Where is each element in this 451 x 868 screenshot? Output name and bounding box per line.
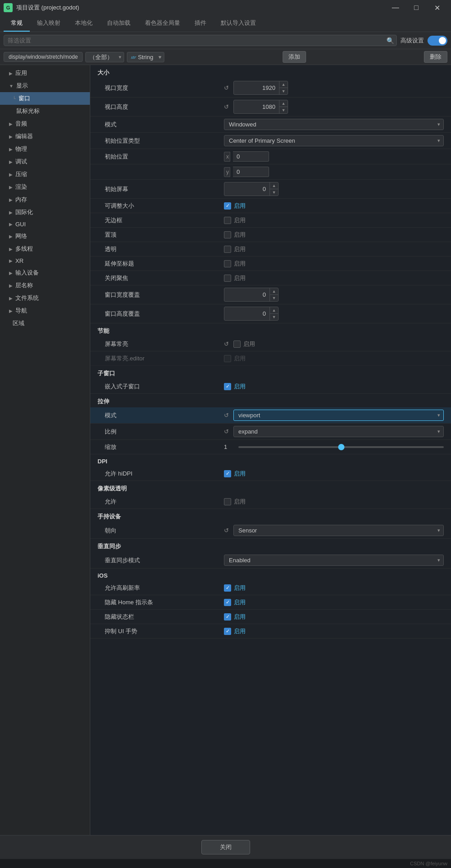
sidebar-item-display[interactable]: ▼ 显示 xyxy=(0,79,90,92)
advanced-toggle[interactable] xyxy=(428,36,447,46)
mode-select[interactable]: Windowed xyxy=(224,119,444,130)
stretch-mode-label: 模式 xyxy=(98,411,224,420)
maximize-button[interactable]: □ xyxy=(406,0,427,15)
reset-stretch-mode-icon[interactable]: ↺ xyxy=(224,412,229,419)
sidebar-item-mouse-cursor[interactable]: 鼠标光标 xyxy=(0,105,90,117)
tab-shader[interactable]: 着色器全局量 xyxy=(138,15,187,32)
sidebar-item-filesystem[interactable]: ▶ 文件系统 xyxy=(0,292,90,304)
sidebar-item-i18n[interactable]: ▶ 国际化 xyxy=(0,206,90,219)
embedded-subwindow-checkbox[interactable] xyxy=(224,383,231,390)
extend-to-title-enable-label: 启用 xyxy=(234,260,246,268)
initial-screen-input[interactable] xyxy=(224,184,270,194)
initial-screen-up[interactable]: ▲ xyxy=(270,182,278,189)
sidebar-item-input-devices[interactable]: ▶ 输入设备 xyxy=(0,266,90,279)
hide-statusbar-checkbox[interactable] xyxy=(224,613,231,621)
embedded-subwindow-label: 嵌入式子窗口 xyxy=(98,383,224,391)
tab-general[interactable]: 常规 xyxy=(4,15,30,32)
sidebar-item-network[interactable]: ▶ 网络 xyxy=(0,230,90,243)
initial-pos-type-select[interactable]: Center of Primary Screen xyxy=(224,135,444,146)
viewport-width-down[interactable]: ▼ xyxy=(279,88,288,94)
window-width-override-input[interactable] xyxy=(224,290,270,299)
hide-home-checkbox-wrap: 启用 xyxy=(224,598,246,607)
reset-viewport-width-icon[interactable]: ↺ xyxy=(224,84,229,91)
initial-pos-x-value: x xyxy=(224,151,444,162)
search-icon[interactable]: 🔍 xyxy=(386,37,394,44)
close-window-button[interactable]: ✕ xyxy=(427,0,447,15)
sidebar-item-rendering[interactable]: ▶ 渲染 xyxy=(0,181,90,193)
initial-screen-down[interactable]: ▼ xyxy=(270,189,278,196)
arrow-icon: ▶ xyxy=(9,247,13,252)
window-width-override-up[interactable]: ▲ xyxy=(270,288,278,294)
minimize-button[interactable]: — xyxy=(385,0,406,15)
type-select-wrap: 𝑠𝑡𝑟 String ▾ xyxy=(127,52,164,62)
tab-plugins[interactable]: 插件 xyxy=(187,15,214,32)
tab-autoload[interactable]: 自动加载 xyxy=(100,15,138,32)
resizable-checkbox[interactable] xyxy=(224,202,231,210)
sidebar-item-label: 内存 xyxy=(15,196,27,204)
window-width-override-down[interactable]: ▼ xyxy=(270,295,278,301)
vsync-mode-select[interactable]: Enabled xyxy=(224,555,444,566)
reset-screen-on-icon[interactable]: ↺ xyxy=(224,341,229,347)
viewport-height-down[interactable]: ▼ xyxy=(279,107,288,113)
sidebar-item-threading[interactable]: ▶ 多线程 xyxy=(0,243,90,255)
transparent-value: 启用 xyxy=(224,245,444,253)
viewport-width-input[interactable] xyxy=(234,83,279,93)
suppress-ui-checkbox[interactable] xyxy=(224,628,231,635)
hide-home-checkbox[interactable] xyxy=(224,599,231,606)
always-on-top-label: 置顶 xyxy=(98,231,224,239)
always-on-top-checkbox[interactable] xyxy=(224,231,231,238)
high-refresh-checkbox[interactable] xyxy=(224,584,231,592)
arrow-icon: ▶ xyxy=(9,308,13,313)
sidebar-item-region[interactable]: 区域 xyxy=(0,317,90,330)
screen-on-checkbox[interactable] xyxy=(233,341,241,348)
viewport-width-up[interactable]: ▲ xyxy=(279,81,288,88)
window-height-override-down[interactable]: ▼ xyxy=(270,314,278,320)
sidebar-item-xr[interactable]: ▶ XR xyxy=(0,255,90,266)
window-height-override-input[interactable] xyxy=(224,309,270,318)
initial-pos-x-input[interactable] xyxy=(233,151,269,162)
transparent-checkbox[interactable] xyxy=(224,246,231,253)
delete-button[interactable]: 删除 xyxy=(424,51,447,63)
borderless-checkbox[interactable] xyxy=(224,217,231,224)
sidebar-item-label: 层名称 xyxy=(15,281,33,289)
scale-val: 1 xyxy=(224,443,235,450)
sidebar-item-layer-names[interactable]: ▶ 层名称 xyxy=(0,279,90,292)
window-height-override-up[interactable]: ▲ xyxy=(270,307,278,313)
scale-slider[interactable] xyxy=(238,446,444,448)
filter-all-select[interactable]: （全部） xyxy=(85,52,124,62)
no-focus-checkbox[interactable] xyxy=(224,275,231,282)
tab-input[interactable]: 输入映射 xyxy=(30,15,68,32)
sidebar-item-compression[interactable]: ▶ 压缩 xyxy=(0,168,90,181)
sidebar-item-memory[interactable]: ▶ 内存 xyxy=(0,193,90,206)
screen-on-editor-checkbox[interactable] xyxy=(224,355,231,362)
sidebar-item-physics[interactable]: ▶ 物理 xyxy=(0,143,90,155)
reset-stretch-scale-icon[interactable]: ↺ xyxy=(224,428,229,435)
sidebar-item-window[interactable]: └ 窗口 xyxy=(0,92,90,105)
close-button[interactable]: 关闭 xyxy=(201,840,250,854)
window-title: 项目设置 (project.godot) xyxy=(16,4,385,12)
section-pixel: 像素级透明 xyxy=(90,481,451,495)
sidebar-item-gui[interactable]: ▶ GUI xyxy=(0,219,90,230)
filter-input[interactable] xyxy=(4,35,397,46)
app-icon: G xyxy=(4,3,13,12)
reset-orientation-icon[interactable]: ↺ xyxy=(224,527,229,534)
screen-on-editor-enable-label: 启用 xyxy=(234,355,246,363)
hidpi-checkbox[interactable] xyxy=(224,470,231,477)
add-button[interactable]: 添加 xyxy=(283,51,306,63)
initial-pos-y-input[interactable] xyxy=(233,167,269,177)
reset-viewport-height-icon[interactable]: ↺ xyxy=(224,103,229,110)
sidebar-item-app[interactable]: ▶ 应用 xyxy=(0,67,90,79)
viewport-height-input[interactable] xyxy=(234,102,279,112)
viewport-height-up[interactable]: ▲ xyxy=(279,100,288,107)
orientation-select[interactable]: Sensor xyxy=(233,525,444,536)
extend-to-title-checkbox[interactable] xyxy=(224,260,231,267)
sidebar-item-debug[interactable]: ▶ 调试 xyxy=(0,155,90,168)
stretch-scale-select[interactable]: expand xyxy=(233,426,444,437)
tab-locale[interactable]: 本地化 xyxy=(68,15,100,32)
allow-transparent-checkbox[interactable] xyxy=(224,498,231,505)
sidebar-item-navigation[interactable]: ▶ 导航 xyxy=(0,304,90,317)
sidebar-item-editor[interactable]: ▶ 编辑器 xyxy=(0,130,90,143)
sidebar-item-audio[interactable]: ▶ 音频 xyxy=(0,117,90,130)
stretch-mode-select[interactable]: viewport xyxy=(233,410,444,421)
tab-export[interactable]: 默认导入设置 xyxy=(214,15,263,32)
